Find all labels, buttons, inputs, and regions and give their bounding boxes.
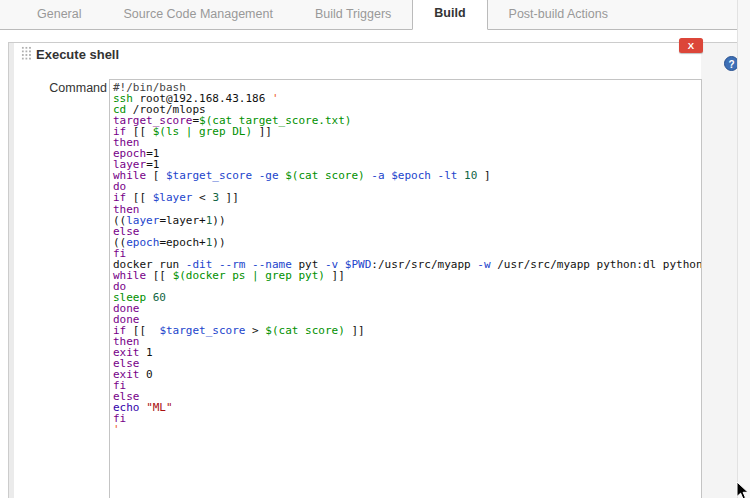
code-line: ((layer=layer+1)) [113, 215, 701, 226]
code-line: done [113, 303, 701, 314]
code-line: exit 1 [113, 347, 701, 358]
code-line: exit 0 [113, 369, 701, 380]
build-step-card: Execute shell X ? Command #!/bin/bashssh… [8, 42, 737, 498]
code-line: if [[ $target_score > $(cat score) ]] [113, 325, 701, 336]
command-label: Command [15, 81, 107, 95]
code-line: while [ $target_score -ge $(cat score) -… [113, 170, 701, 181]
code-line: ' [113, 424, 701, 435]
command-textarea[interactable]: #!/bin/bashssh root@192.168.43.186 'cd /… [109, 79, 702, 498]
tab-post-build-actions[interactable]: Post-build Actions [488, 0, 629, 29]
tab-source-code-management[interactable]: Source Code Management [102, 0, 293, 29]
jenkins-config-page: General Source Code Management Build Tri… [0, 0, 750, 498]
config-tab-bar: General Source Code Management Build Tri… [0, 0, 750, 30]
code-line: sleep 60 [113, 292, 701, 303]
code-line: while [[ $(docker ps | grep pyt) ]] [113, 270, 701, 281]
tab-build[interactable]: Build [412, 0, 487, 30]
code-line: fi [113, 413, 701, 424]
code-line: then [113, 336, 701, 347]
build-step-title: Execute shell [36, 47, 119, 62]
tab-build-triggers[interactable]: Build Triggers [294, 0, 412, 29]
code-line: else [113, 391, 701, 402]
code-line: epoch=1 [113, 148, 701, 159]
code-line: do [113, 281, 701, 292]
code-line: fi [113, 380, 701, 391]
code-line: if [[ $layer < 3 ]] [113, 192, 701, 203]
scrollbar[interactable] [737, 0, 750, 498]
command-code: #!/bin/bashssh root@192.168.43.186 'cd /… [113, 82, 701, 436]
code-line: then [113, 137, 701, 148]
code-line: echo "ML" [113, 402, 701, 413]
tab-general[interactable]: General [16, 0, 102, 29]
code-line: if [[ $(ls | grep DL) ]] [113, 126, 701, 137]
help-column [701, 43, 738, 498]
code-line: else [113, 358, 701, 369]
drag-strip[interactable] [9, 43, 14, 498]
code-line: ((epoch=epoch+1)) [113, 237, 701, 248]
delete-step-button[interactable]: X [679, 38, 703, 53]
drag-handle-icon[interactable] [21, 46, 32, 61]
